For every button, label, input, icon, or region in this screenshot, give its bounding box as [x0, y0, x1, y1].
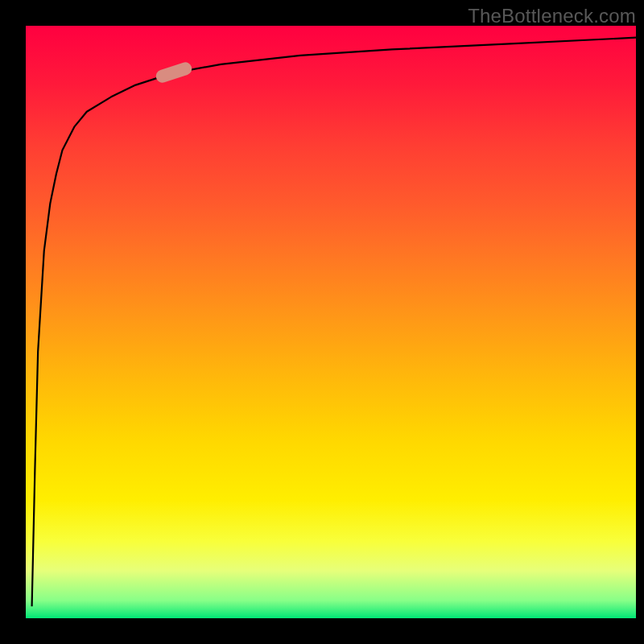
- svg-rect-0: [155, 60, 194, 84]
- attribution-text: TheBottleneck.com: [468, 5, 636, 27]
- curve-svg: [26, 26, 636, 618]
- plot-area: [26, 26, 636, 618]
- curve-marker: [155, 60, 194, 84]
- curve-path: [32, 38, 636, 607]
- chart-frame: TheBottleneck.com: [0, 0, 644, 644]
